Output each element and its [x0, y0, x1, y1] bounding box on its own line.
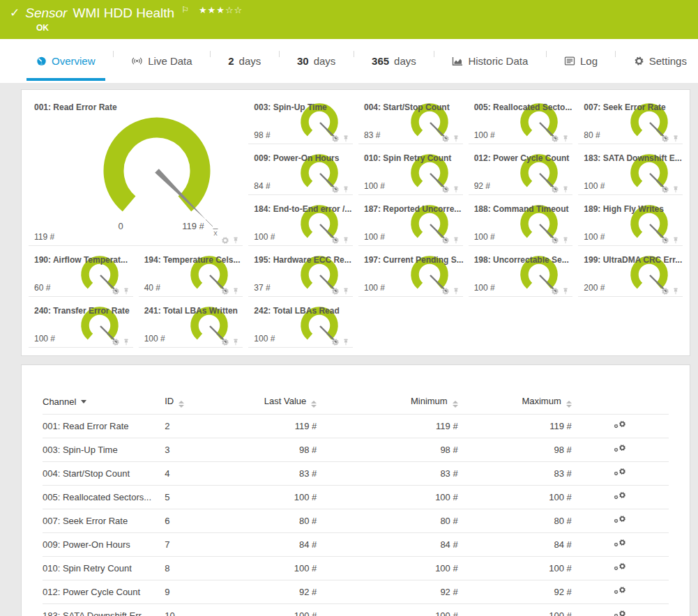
pin-icon[interactable]: [232, 337, 240, 345]
channel-settings-icon[interactable]: [614, 609, 626, 616]
cell-channel[interactable]: 183: SATA Downshift Err...: [43, 604, 165, 616]
pin-icon[interactable]: [672, 286, 680, 294]
pin-icon[interactable]: [342, 286, 350, 294]
sort-icon[interactable]: [311, 401, 317, 408]
channel-settings-icon[interactable]: [614, 538, 626, 549]
cell-channel[interactable]: 007: Seek Error Rate: [43, 509, 165, 533]
pin-icon[interactable]: [561, 235, 570, 243]
cell-maximum: 80 #: [458, 509, 572, 533]
channel-settings-icon[interactable]: [614, 419, 626, 431]
gear-icon[interactable]: [331, 286, 340, 294]
tab-days[interactable]: 365 days: [369, 39, 419, 83]
pin-icon[interactable]: [232, 286, 240, 294]
gear-icon[interactable]: [661, 133, 669, 141]
flag-icon[interactable]: ⚐: [181, 5, 189, 15]
column-header-last-value[interactable]: Last Value: [220, 392, 317, 415]
gear-icon[interactable]: [441, 235, 450, 243]
sort-icon[interactable]: [453, 401, 458, 408]
pin-icon[interactable]: [672, 184, 680, 192]
pin-icon[interactable]: [342, 235, 350, 243]
gear-icon[interactable]: [551, 286, 559, 294]
sort-icon[interactable]: [179, 401, 184, 408]
gauge-icon: [36, 56, 47, 66]
gear-icon[interactable]: [221, 286, 229, 294]
column-header-channel[interactable]: Channel: [43, 392, 165, 415]
pin-icon[interactable]: [452, 286, 460, 294]
gear-icon[interactable]: [441, 286, 450, 294]
column-header-id[interactable]: ID: [165, 392, 219, 415]
pin-icon[interactable]: [452, 184, 460, 192]
cell-channel[interactable]: 001: Read Error Rate: [43, 415, 165, 438]
cell-channel[interactable]: 003: Spin-Up Time: [43, 438, 165, 462]
pin-icon[interactable]: [561, 184, 570, 192]
gear-icon[interactable]: [661, 235, 669, 243]
column-header-maximum[interactable]: Maximum: [458, 392, 572, 415]
pin-icon[interactable]: [342, 133, 350, 141]
channel-settings-icon[interactable]: [614, 514, 626, 525]
gear-icon[interactable]: [331, 337, 340, 345]
pin-icon[interactable]: [672, 133, 680, 141]
table-row[interactable]: 005: Reallocated Sectors... 5 100 # 100 …: [43, 486, 669, 509]
pin-icon[interactable]: [672, 235, 680, 243]
tab-log[interactable]: Log: [561, 39, 600, 83]
channel-settings-icon[interactable]: [614, 585, 626, 596]
tab-settings[interactable]: Settings: [631, 39, 690, 83]
gear-icon[interactable]: [221, 337, 229, 345]
gauge-value: 83 #: [364, 130, 380, 140]
sort-desc-icon[interactable]: [81, 400, 86, 403]
gauge-tile: 190: Airflow Temperat... 60 #: [29, 251, 133, 297]
table-row[interactable]: 003: Spin-Up Time 3 98 # 98 # 98 #: [43, 438, 669, 462]
tab-days[interactable]: 2 days: [225, 39, 264, 83]
cell-channel[interactable]: 005: Reallocated Sectors...: [43, 486, 165, 509]
star-rating[interactable]: ★★★☆☆: [199, 5, 243, 15]
gear-icon[interactable]: [221, 235, 229, 243]
gear-icon[interactable]: [551, 133, 559, 141]
gear-icon[interactable]: [441, 184, 450, 192]
gear-icon[interactable]: [441, 133, 450, 141]
pin-icon[interactable]: [452, 133, 460, 141]
gear-icon[interactable]: [661, 184, 669, 192]
channel-settings-icon[interactable]: [614, 443, 626, 454]
pin-icon[interactable]: [122, 337, 130, 345]
table-row[interactable]: 012: Power Cycle Count 9 92 # 92 # 92 #: [43, 580, 669, 604]
gear-icon[interactable]: [661, 286, 669, 294]
cell-channel[interactable]: 004: Start/Stop Count: [43, 462, 165, 486]
gear-icon[interactable]: [112, 286, 120, 294]
column-header-minimum[interactable]: Minimum: [317, 392, 457, 415]
gear-icon[interactable]: [112, 337, 120, 345]
gear-icon[interactable]: [551, 235, 559, 243]
channel-settings-icon[interactable]: [614, 467, 626, 478]
cell-channel[interactable]: 010: Spin Retry Count: [43, 557, 165, 580]
table-row[interactable]: 010: Spin Retry Count 8 100 # 100 # 100 …: [43, 557, 669, 580]
table-row[interactable]: 004: Start/Stop Count 4 83 # 83 # 83 #: [43, 462, 669, 486]
tab-live-data[interactable]: Live Data: [128, 39, 195, 83]
table-row[interactable]: 009: Power-On Hours 7 84 # 84 # 84 #: [43, 533, 669, 557]
star-filled-icon[interactable]: ★: [199, 5, 208, 15]
cell-channel[interactable]: 012: Power Cycle Count: [43, 580, 165, 604]
pin-icon[interactable]: [561, 133, 570, 141]
gear-icon[interactable]: [551, 184, 559, 192]
channel-settings-icon[interactable]: [614, 491, 626, 502]
star-empty-icon[interactable]: ☆: [225, 5, 234, 15]
channel-settings-icon[interactable]: [614, 562, 626, 573]
star-filled-icon[interactable]: ★: [216, 5, 225, 15]
gear-icon[interactable]: [331, 235, 340, 243]
pin-icon[interactable]: [452, 235, 460, 243]
pin-icon[interactable]: [122, 286, 130, 294]
star-filled-icon[interactable]: ★: [208, 5, 217, 15]
tab-overview[interactable]: Overview: [33, 39, 98, 83]
tab-historic-data[interactable]: Historic Data: [449, 39, 531, 83]
gear-icon[interactable]: [331, 184, 340, 192]
pin-icon[interactable]: [561, 286, 570, 294]
table-row[interactable]: 007: Seek Error Rate 6 80 # 80 # 80 #: [43, 509, 669, 533]
star-empty-icon[interactable]: ☆: [234, 5, 243, 15]
pin-icon[interactable]: [342, 337, 350, 345]
table-row[interactable]: 183: SATA Downshift Err... 10 100 # 100 …: [43, 604, 669, 616]
pin-icon[interactable]: [232, 235, 240, 243]
sort-icon[interactable]: [566, 401, 572, 408]
tab-days[interactable]: 30 days: [294, 39, 338, 83]
pin-icon[interactable]: [342, 184, 350, 192]
cell-channel[interactable]: 009: Power-On Hours: [43, 533, 165, 557]
table-row[interactable]: 001: Read Error Rate 2 119 # 119 # 119 #: [43, 415, 669, 438]
gear-icon[interactable]: [331, 133, 340, 141]
